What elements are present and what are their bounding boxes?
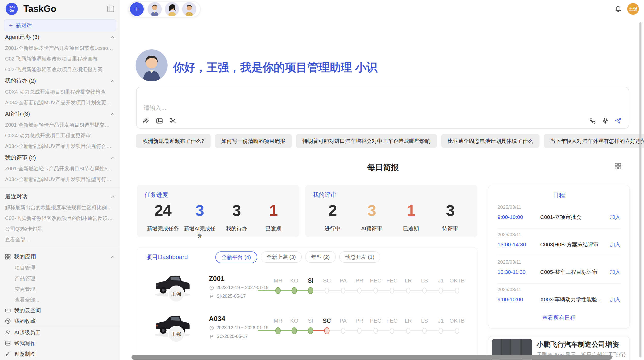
task-item[interactable]: C02-飞腾新能源轻客改款项目立项汇报方案 [5, 64, 115, 75]
team-pill: + [128, 1, 200, 17]
join-link[interactable]: 加入 [610, 241, 620, 248]
project-date-range: 2023-12-19 ~ 2027-01-19 [216, 285, 269, 290]
task-item[interactable]: A034-全新新能源MUV产品开发项目法规符合性评审 [5, 141, 115, 152]
section-header-my-review[interactable]: 我的评审 (2) [5, 152, 115, 163]
vertical-scrollbar[interactable] [639, 22, 641, 357]
tab-new-platform[interactable]: 全新平台 (4) [215, 251, 257, 263]
metric-label: 新增AI完成任务 [181, 225, 218, 239]
app-item[interactable]: 项目管理 [5, 262, 115, 273]
recent-chat-item[interactable]: 公司Q3轻卡销量 [5, 223, 115, 234]
suggestion-chip[interactable]: 比亚迪全固态电池计划具体说了什么 [441, 134, 539, 148]
milestone-label: SC [323, 277, 331, 284]
view-all-schedule-link[interactable]: 查看所有日程 [488, 314, 630, 322]
chevron-up-icon [111, 36, 115, 39]
image-icon[interactable] [156, 117, 163, 124]
member-avatar[interactable] [182, 2, 196, 16]
timeline-segment-green [258, 290, 311, 291]
metric-value: 2 [313, 201, 352, 219]
milestone-label: LS [421, 277, 428, 284]
task-item[interactable]: C0X4-动力总成开发项目SI里程碑提交物检查 [5, 86, 115, 97]
add-member-button[interactable]: + [129, 2, 144, 17]
clock-icon [209, 286, 214, 290]
task-item[interactable]: Z001-全新燃油轻卡产品开发项目SI造型提交物评审 [5, 119, 115, 130]
suggestion-chip[interactable]: 特朗普可能对进口汽车增税会对中国车企造成哪些影响 [296, 134, 437, 148]
project-row[interactable]: 王强 Z001 2023-12-19 ~ 2027-01-19 SI-2025-… [137, 269, 477, 307]
member-avatar[interactable] [148, 2, 162, 16]
suggestion-chip[interactable]: 欧洲新规最近颁布了什么? [136, 134, 211, 148]
milestone-label: PA [340, 277, 347, 284]
tab-new-body[interactable]: 全新上装 (3) [261, 251, 302, 263]
app-window: Task Go TaskGo + 新对话 Agent已办 (3) Z001-全新… [0, 0, 644, 360]
horizontal-scrollbar[interactable] [131, 355, 612, 360]
section-header-recent-chats[interactable]: 最近对话 [5, 191, 115, 202]
notification-bell-icon[interactable] [615, 6, 622, 12]
chat-input[interactable]: 请输入... [136, 87, 629, 129]
daily-brief-header: 每日简报 [136, 162, 630, 173]
app-logo: Task Go [6, 3, 18, 15]
sidebar-item-ai-staff[interactable]: AI超级员工 [5, 327, 115, 338]
sidebar-item-cloud-space[interactable]: 我的云空间 [5, 305, 115, 316]
sidebar-item-favorites[interactable]: 我的收藏 [5, 316, 115, 326]
sidebar-item-creative-draw[interactable]: 创意制图 [5, 349, 115, 359]
project-dates: 2023-12-19 ~ 2026-01-19 [209, 325, 269, 331]
task-item[interactable]: C02-飞腾新能源轻客改款项目里程碑画布 [5, 53, 115, 64]
milestone-labels: MRKOSISCPAPRPECFECLRLSJ1OKTB [270, 317, 466, 325]
milestone-dot [390, 288, 394, 294]
app-item[interactable]: 产品管理 [5, 273, 115, 284]
recent-view-all-link[interactable]: 查看全部... [5, 234, 115, 245]
section-title: 我的评审 (2) [5, 154, 36, 161]
section-header-agent-done[interactable]: Agent已办 (3) [5, 32, 115, 43]
join-link[interactable]: 加入 [610, 268, 620, 276]
scissors-icon[interactable] [169, 117, 176, 124]
user-avatar[interactable]: 王强 [627, 3, 639, 15]
milestone-label: KO [290, 317, 298, 325]
milestone-label: FEC [386, 317, 398, 325]
layout-grid-icon[interactable] [615, 163, 621, 169]
my-apps-list: 项目管理产品管理变更管理查看全部... [5, 262, 115, 305]
app-item[interactable]: 查看全部... [5, 294, 115, 305]
chevron-up-icon [111, 256, 115, 258]
section-header-ai-review[interactable]: AI评审 (3) [5, 108, 115, 119]
suggestion-chip[interactable]: 当下年轻人对汽车外观有怎样的喜好趋势 [544, 134, 644, 148]
milestone-dot [390, 328, 394, 334]
input-tools-left [143, 117, 176, 124]
join-link[interactable]: 加入 [610, 296, 620, 303]
sidebar-item-write-helper[interactable]: 帮我写作 [5, 338, 115, 349]
new-chat-button[interactable]: + 新对话 [4, 19, 116, 31]
task-item[interactable]: C0X4-动力总成开发项目工程变更评审 [5, 130, 115, 141]
milestone-dot [308, 327, 313, 334]
tab-powertrain[interactable]: 动总开发 (1) [339, 251, 380, 263]
task-item[interactable]: Z001-全新燃油轻卡产品开发项目SI节点属性5D文件评审 [5, 163, 115, 174]
tab-year-model[interactable]: 年型 (2) [305, 251, 336, 263]
project-name: A034 [209, 315, 225, 323]
member-avatar[interactable] [165, 2, 179, 16]
project-flag: SC-2025-05-17 [209, 334, 248, 339]
ai-staff-label: AI超级员工 [14, 329, 41, 336]
join-link[interactable]: 加入 [610, 214, 620, 221]
milestone-dot [292, 287, 297, 294]
task-item[interactable]: A034-全新新能源MUV产品开发项目计划变更表编写 [5, 97, 115, 108]
task-item[interactable]: A034-全新新能源MUV产品开发项目造型可行性评审 [5, 174, 115, 185]
card-title: 我的评审 [313, 191, 470, 199]
recent-chat-item[interactable]: 解释最新出台的欧盟报废车法规再生塑料比例被调至15%... [5, 202, 115, 213]
project-row[interactable]: 王强 A034 2023-12-19 ~ 2026-01-19 SC-2025-… [137, 309, 477, 348]
phone-call-icon[interactable] [589, 117, 596, 124]
sidebar-collapse-icon[interactable] [107, 6, 114, 12]
attachment-icon[interactable] [143, 117, 150, 124]
section-title: AI评审 (3) [5, 110, 30, 118]
plus-icon: + [9, 22, 13, 29]
recent-chat-item[interactable]: C02-飞腾新能源轻客改款项目的闭环通告反馈情况 [5, 213, 115, 223]
milestone-dot [439, 288, 443, 294]
divider [0, 188, 120, 188]
schedule-item: 2025/03/11 10:30-11:30 C005-整车工程目标评审 加入 [497, 256, 620, 284]
suggestion-chip[interactable]: 如何写一份清晰的项目周报 [215, 134, 292, 148]
microphone-icon[interactable] [602, 117, 609, 124]
project-milestone-date: SI-2025-05-17 [216, 294, 246, 299]
section-header-my-apps[interactable]: 我的应用 [5, 251, 115, 262]
app-item[interactable]: 变更管理 [5, 284, 115, 294]
task-item[interactable]: Z001-全新燃油皮卡产品开发项目SI节点Lesson Learn报告 [5, 43, 115, 53]
milestone-label: J1 [438, 277, 444, 284]
send-icon[interactable] [614, 117, 622, 124]
milestone-dot [455, 288, 459, 294]
section-header-my-todo[interactable]: 我的待办 (2) [5, 75, 115, 86]
